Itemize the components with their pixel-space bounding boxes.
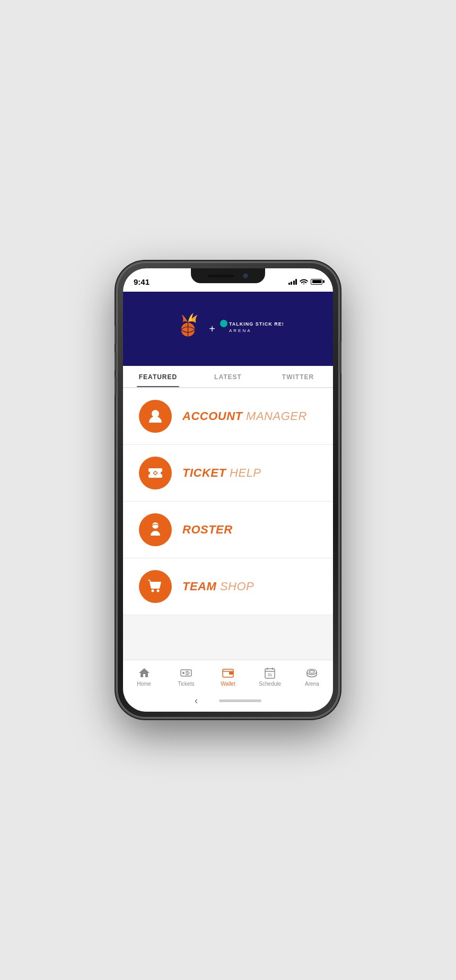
wifi-icon [300, 278, 308, 286]
arena-logo-svg: TALKING STICK RESORT ARENA [220, 319, 283, 338]
home-icon [138, 667, 151, 679]
svg-point-24 [307, 669, 317, 675]
svg-point-10 [157, 590, 160, 592]
tab-featured[interactable]: FEATURED [123, 366, 193, 387]
arena-logo: TALKING STICK RESORT ARENA [220, 319, 283, 338]
screen-content: + TALKING STICK RESORT ARENA FEATURED [123, 292, 333, 712]
svg-point-12 [182, 672, 185, 674]
nav-item-arena[interactable]: Arena [291, 664, 333, 689]
roster-label: ROSTER [182, 523, 233, 537]
svg-point-6 [152, 410, 159, 417]
phone-frame: 9:41 [117, 262, 339, 718]
nav-label-schedule: Schedule [259, 681, 281, 687]
tabs-bar: FEATURED LATEST TWITTER [123, 366, 333, 388]
svg-text:ARENA: ARENA [229, 328, 252, 333]
phone-screen: 9:41 [123, 268, 333, 712]
svg-point-9 [152, 590, 154, 592]
menu-item-account-manager[interactable]: ACCOUNT MANAGER [123, 388, 333, 445]
tab-twitter[interactable]: TWITTER [263, 366, 333, 387]
status-icons [288, 278, 323, 286]
plus-separator: + [209, 323, 215, 335]
team-shop-label: TEAM SHOP [182, 580, 254, 593]
svg-text:TALKING STICK RESORT: TALKING STICK RESORT [229, 321, 283, 327]
menu-list: ACCOUNT MANAGER TICKET HELP [123, 388, 333, 660]
speaker [208, 275, 234, 277]
menu-item-team-shop[interactable]: TEAM SHOP [123, 558, 333, 615]
wallet-icon [222, 667, 234, 679]
home-indicator[interactable] [219, 699, 261, 702]
account-manager-label: ACCOUNT MANAGER [182, 409, 307, 423]
menu-item-roster[interactable]: ROSTER [123, 502, 333, 558]
header-logo: + TALKING STICK RESORT ARENA [173, 313, 283, 345]
team-shop-icon [139, 570, 172, 603]
tickets-icon [180, 667, 192, 679]
ticket-help-label: TICKET HELP [182, 466, 261, 480]
svg-text:31: 31 [268, 673, 272, 677]
status-time: 9:41 [134, 277, 150, 286]
nav-item-tickets[interactable]: Tickets [165, 664, 207, 689]
nav-label-home: Home [137, 681, 151, 687]
nav-label-wallet: Wallet [221, 681, 235, 687]
tab-latest[interactable]: LATEST [193, 366, 263, 387]
camera [243, 273, 248, 278]
svg-point-3 [220, 320, 227, 327]
suns-logo [173, 313, 205, 345]
nav-item-schedule[interactable]: 31 Schedule [249, 664, 291, 689]
back-button[interactable]: ‹ [195, 695, 198, 706]
signal-icon [288, 279, 297, 285]
menu-item-ticket-help[interactable]: TICKET HELP [123, 445, 333, 502]
nav-item-home[interactable]: Home [123, 664, 165, 689]
battery-icon [311, 279, 322, 285]
svg-point-8 [152, 522, 159, 529]
app-header: + TALKING STICK RESORT ARENA [123, 292, 333, 366]
notch [191, 268, 265, 283]
nav-item-wallet[interactable]: Wallet [207, 664, 249, 689]
roster-icon [139, 513, 172, 546]
svg-point-25 [309, 671, 314, 673]
bottom-nav: Home Tickets [123, 660, 333, 691]
ticket-help-icon [139, 457, 172, 489]
account-manager-icon [139, 400, 172, 433]
svg-rect-17 [229, 672, 233, 675]
nav-label-arena: Arena [305, 681, 319, 687]
arena-icon [305, 667, 318, 679]
home-bar: ‹ [123, 691, 333, 712]
schedule-icon: 31 [264, 667, 276, 679]
nav-label-tickets: Tickets [178, 681, 194, 687]
